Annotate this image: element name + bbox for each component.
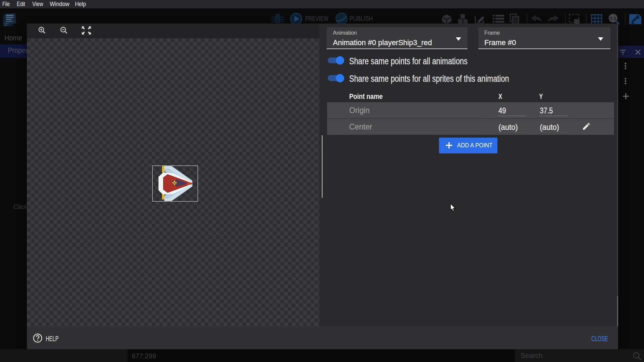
svg-text:1:1: 1:1 — [610, 16, 616, 21]
